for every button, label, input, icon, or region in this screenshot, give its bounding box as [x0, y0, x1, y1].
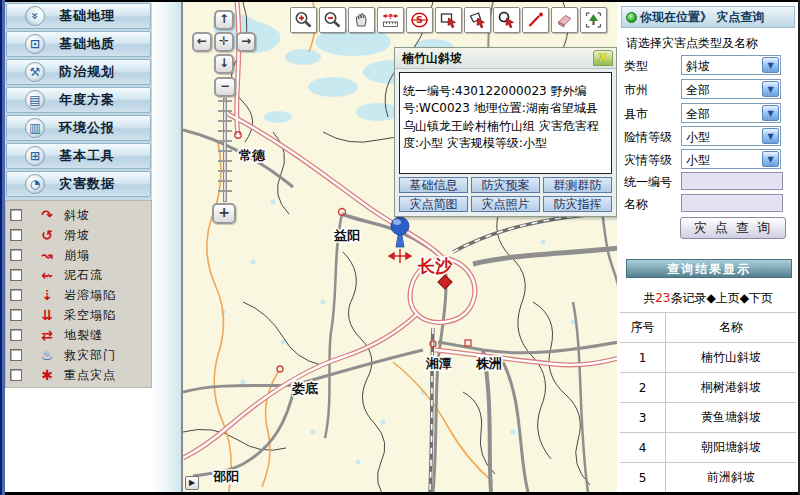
- table-row[interactable]: 3黄鱼塘斜坡: [620, 403, 796, 433]
- sidebar-item-label: 基本工具: [59, 147, 115, 165]
- corner-pan-button[interactable]: ▶: [185, 476, 199, 490]
- sidebar-item-environment-bulletin[interactable]: ▥环境公报: [6, 115, 151, 141]
- zoom-in-button[interactable]: [290, 7, 317, 33]
- sidebar-item-basic-geography[interactable]: »基础地理: [6, 3, 151, 29]
- command-button[interactable]: 防灾指挥: [543, 196, 612, 212]
- prevention-plan-button[interactable]: 防灾预案: [471, 177, 540, 193]
- row-name[interactable]: 前洲斜坡: [666, 463, 796, 492]
- landslide-checkbox[interactable]: [10, 229, 22, 241]
- danger-level-select[interactable]: 小型▼: [681, 126, 781, 146]
- pan-left-button[interactable]: ←: [192, 32, 212, 52]
- map-canvas[interactable]: 常德益阳长沙湘潭株洲娄底邵阳 ?S ↑ ← ✛ → ↓ − + ▶ 楠竹山斜坡 …: [181, 2, 617, 492]
- sidebar-item-disaster-data[interactable]: ◔灾害数据: [6, 171, 151, 197]
- col-header-name: 名称: [666, 313, 796, 342]
- identify-button[interactable]: S: [406, 7, 433, 33]
- row-name[interactable]: 朝阳塘斜坡: [666, 433, 796, 462]
- layer-row-debris-flow[interactable]: ⇜泥石流: [6, 265, 151, 285]
- monitor-icon: ⊡: [25, 34, 45, 54]
- chevron-down-icon[interactable]: ▼: [762, 105, 779, 121]
- unified-number-input[interactable]: [681, 172, 783, 190]
- chevron-down-icon[interactable]: ▼: [762, 151, 779, 167]
- relief-department-checkbox[interactable]: [10, 349, 22, 361]
- sidebar-item-annual-plan[interactable]: ▤年度方案: [6, 87, 151, 113]
- pan-up-button[interactable]: ↑: [214, 10, 234, 30]
- circle-select-button[interactable]: [493, 7, 520, 33]
- map-label: 益阳: [333, 228, 360, 243]
- row-name[interactable]: 黄鱼塘斜坡: [666, 403, 796, 432]
- layer-row-slope[interactable]: ↷斜坡: [6, 205, 151, 225]
- site-photo-button[interactable]: 灾点照片: [471, 196, 540, 212]
- site-sketch-button[interactable]: 灾点简图: [399, 196, 468, 212]
- layer-row-collapse[interactable]: ↝崩塌: [6, 245, 151, 265]
- layer-tree-button[interactable]: [580, 7, 607, 33]
- county-select-row: 县市全部▼: [624, 103, 794, 123]
- layer-row-karst-collapse[interactable]: ⇣岩溶塌陷: [6, 285, 151, 305]
- measure-button[interactable]: ?: [377, 7, 404, 33]
- city-select[interactable]: 全部▼: [681, 79, 781, 99]
- pan-right-button[interactable]: →: [236, 32, 256, 52]
- popup-titlebar[interactable]: 楠竹山斜坡 X: [395, 48, 616, 69]
- pan-center-button[interactable]: ✛: [214, 32, 234, 52]
- sidebar-item-prevention-planning[interactable]: ⚒防治规划: [6, 59, 151, 85]
- polygon-select-button[interactable]: [464, 7, 491, 33]
- slider-minus-button[interactable]: −: [214, 77, 236, 97]
- slider-plus-button[interactable]: +: [212, 203, 236, 224]
- table-row[interactable]: 1楠竹山斜坡: [620, 343, 796, 373]
- layer-label: 地裂缝: [64, 327, 103, 344]
- layer-panel: ↷斜坡↺滑坡↝崩塌⇜泥石流⇣岩溶塌陷⇊采空塌陷⇄地裂缝♨救灾部门✱重点灾点: [5, 200, 152, 388]
- zoom-out-icon: [322, 10, 343, 30]
- zoom-out-button[interactable]: [319, 7, 346, 33]
- layer-label: 重点灾点: [64, 367, 116, 384]
- rect-select-button[interactable]: [435, 7, 462, 33]
- layer-row-ground-fissure[interactable]: ⇄地裂缝: [6, 325, 151, 345]
- karst-collapse-checkbox[interactable]: [10, 289, 22, 301]
- collapse-icon: ↝: [36, 247, 58, 263]
- redline-button[interactable]: [522, 7, 549, 33]
- table-row[interactable]: 2桐树港斜坡: [620, 373, 796, 403]
- polygon-select-icon: [467, 10, 488, 30]
- sidebar-nav: »基础地理⊡基础地质⚒防治规划▤年度方案▥环境公报⊞基本工具◔灾害数据: [5, 2, 152, 200]
- table-row[interactable]: 5前洲斜坡: [620, 463, 796, 493]
- layer-row-mining-collapse[interactable]: ⇊采空塌陷: [6, 305, 151, 325]
- unified-number-input-label: 统一编号: [624, 174, 672, 191]
- row-index: 1: [620, 343, 666, 372]
- layer-label: 采空塌陷: [64, 307, 116, 324]
- county-select[interactable]: 全部▼: [681, 103, 781, 123]
- row-name[interactable]: 楠竹山斜坡: [666, 343, 796, 372]
- map-toolbar: ?S: [290, 7, 607, 33]
- table-row[interactable]: 4朝阳塘斜坡: [620, 433, 796, 463]
- mining-collapse-checkbox[interactable]: [10, 309, 22, 321]
- query-button[interactable]: 灾 点 查 询: [680, 217, 786, 239]
- pan-down-button[interactable]: ↓: [214, 54, 234, 74]
- type-select[interactable]: 斜坡▼: [681, 55, 781, 75]
- selected-value: 小型: [686, 152, 710, 169]
- key-disaster-points-checkbox[interactable]: [10, 369, 22, 381]
- prev-page-link[interactable]: ◆上页: [706, 291, 739, 305]
- pan-icon: [351, 10, 372, 30]
- debris-flow-checkbox[interactable]: [10, 269, 22, 281]
- chevron-down-icon[interactable]: ▼: [762, 128, 779, 144]
- name-input[interactable]: [681, 194, 783, 212]
- row-name[interactable]: 桐树港斜坡: [666, 373, 796, 402]
- disaster-level-select[interactable]: 小型▼: [681, 149, 781, 169]
- close-icon[interactable]: X: [593, 50, 613, 66]
- layer-row-relief-department[interactable]: ♨救灾部门: [6, 345, 151, 365]
- ground-fissure-checkbox[interactable]: [10, 329, 22, 341]
- pan-button[interactable]: [348, 7, 375, 33]
- layer-row-landslide[interactable]: ↺滑坡: [6, 225, 151, 245]
- record-count: 23: [655, 291, 670, 305]
- basic-info-button[interactable]: 基础信息: [399, 177, 468, 193]
- sidebar-item-basic-tools[interactable]: ⊞基本工具: [6, 143, 151, 169]
- chevron-down-icon[interactable]: ▼: [762, 81, 779, 97]
- collapse-checkbox[interactable]: [10, 249, 22, 261]
- layer-row-key-disaster-points[interactable]: ✱重点灾点: [6, 365, 151, 385]
- relief-dept-icon: ♨: [36, 347, 58, 363]
- eraser-button[interactable]: [551, 7, 578, 33]
- sidebar-item-basic-geology[interactable]: ⊡基础地质: [6, 31, 151, 57]
- next-page-link[interactable]: ◆下页: [740, 291, 773, 305]
- map-label: 株洲: [475, 356, 502, 371]
- chevron-down-icon[interactable]: ▼: [762, 57, 779, 73]
- slope-checkbox[interactable]: [10, 209, 22, 221]
- key-point-icon: ✱: [36, 367, 58, 383]
- group-monitoring-button[interactable]: 群测群防: [543, 177, 612, 193]
